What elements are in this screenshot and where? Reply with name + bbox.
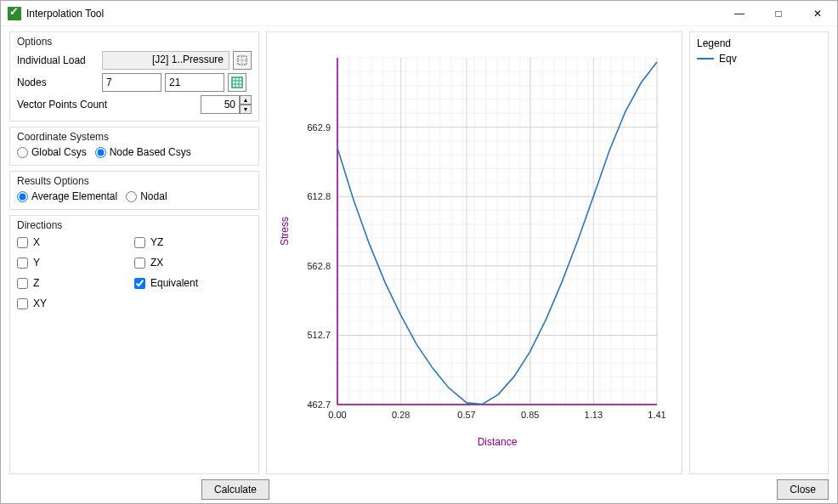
maximize-button[interactable]: □ xyxy=(759,1,798,26)
minimize-button[interactable]: — xyxy=(720,1,759,26)
vpc-up-button[interactable]: ▲ xyxy=(240,95,252,105)
dir-x-check[interactable]: X xyxy=(17,236,134,248)
svg-text:562.8: 562.8 xyxy=(307,260,331,270)
avg-elemental-radio[interactable]: Average Elemental xyxy=(17,190,117,202)
node-picker-button[interactable] xyxy=(228,73,246,92)
dir-y-check[interactable]: Y xyxy=(17,257,134,269)
directions-group: Directions X YZ Y ZX Z Equivalent XY xyxy=(9,215,259,474)
svg-text:0.57: 0.57 xyxy=(457,410,475,420)
vpc-down-button[interactable]: ▼ xyxy=(240,105,252,114)
options-title: Options xyxy=(17,36,252,48)
svg-text:0.85: 0.85 xyxy=(521,410,539,420)
chart-area: 0.000.280.570.851.131.41462.7512.7562.86… xyxy=(266,31,682,474)
svg-text:Distance: Distance xyxy=(478,436,518,448)
node-a-input[interactable] xyxy=(102,73,161,92)
svg-text:612.8: 612.8 xyxy=(307,191,331,201)
svg-text:0.28: 0.28 xyxy=(392,410,410,420)
svg-text:0.00: 0.00 xyxy=(328,410,346,420)
close-window-button[interactable]: ✕ xyxy=(798,1,837,26)
directions-title: Directions xyxy=(17,219,252,231)
svg-text:1.13: 1.13 xyxy=(585,410,603,420)
node-csys-radio[interactable]: Node Based Csys xyxy=(95,146,191,158)
svg-rect-3 xyxy=(232,77,242,88)
dir-xy-check[interactable]: XY xyxy=(17,297,134,309)
legend-line-icon xyxy=(697,58,714,59)
global-csys-radio[interactable]: Global Csys xyxy=(17,146,87,158)
legend-item: Eqv xyxy=(697,53,821,65)
options-group: Options Individual Load [J2] 1..Pressure… xyxy=(9,31,259,122)
legend-panel: Legend Eqv xyxy=(689,31,829,474)
legend-title: Legend xyxy=(697,37,821,49)
results-title: Results Options xyxy=(17,175,252,187)
svg-text:512.7: 512.7 xyxy=(307,330,331,340)
app-icon xyxy=(8,7,21,20)
svg-text:662.9: 662.9 xyxy=(307,122,331,132)
nodal-radio[interactable]: Nodal xyxy=(126,190,167,202)
dir-eq-check[interactable]: Equivalent xyxy=(134,277,252,289)
svg-text:1.41: 1.41 xyxy=(648,410,665,420)
window-title: Interpolation Tool xyxy=(26,8,720,20)
svg-text:Stress: Stress xyxy=(279,216,291,245)
stress-chart: 0.000.280.570.851.131.41462.7512.7562.86… xyxy=(275,49,674,457)
load-picker-button[interactable] xyxy=(233,51,252,70)
calculate-button[interactable]: Calculate xyxy=(201,479,269,500)
dir-zx-check[interactable]: ZX xyxy=(134,257,252,269)
nodes-label: Nodes xyxy=(17,76,99,88)
grid-icon xyxy=(231,76,243,88)
coord-title: Coordinate Systems xyxy=(17,131,252,143)
coord-group: Coordinate Systems Global Csys Node Base… xyxy=(9,127,259,166)
dir-yz-check[interactable]: YZ xyxy=(134,236,252,248)
picker-icon xyxy=(236,54,248,66)
dir-z-check[interactable]: Z xyxy=(17,277,134,289)
vpc-label: Vector Points Count xyxy=(17,99,144,110)
close-button[interactable]: Close xyxy=(777,479,829,500)
vpc-input[interactable] xyxy=(201,95,240,114)
legend-item-label: Eqv xyxy=(719,53,737,65)
node-b-input[interactable] xyxy=(165,73,224,92)
individual-load-value: [J2] 1..Pressure xyxy=(102,51,229,70)
svg-text:462.7: 462.7 xyxy=(307,399,331,410)
individual-load-label: Individual Load xyxy=(17,54,99,66)
results-group: Results Options Average Elemental Nodal xyxy=(9,171,259,210)
